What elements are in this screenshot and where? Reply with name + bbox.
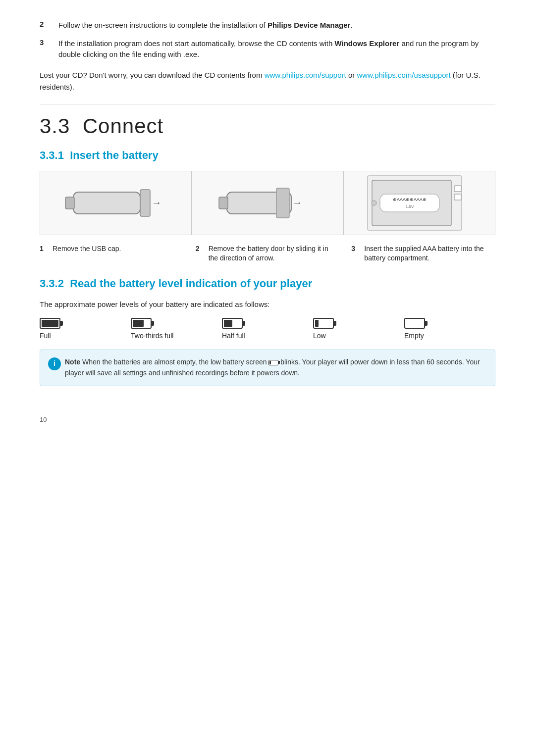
usasupport-link[interactable]: www.philips.com/usasupport	[357, 71, 450, 79]
step-2: 2 Follow the on-screen instructions to c…	[40, 20, 495, 31]
battery-half	[222, 318, 313, 329]
battery-low-body	[313, 318, 334, 329]
battery-full-icon	[40, 318, 60, 329]
battery-insert-illustration: ⊕AAA⊕⊕AAA⊕ 1.5V	[365, 173, 474, 233]
battery-caption-1: 1 Remove the USB cap.	[40, 244, 184, 254]
battery-two-thirds-fill	[133, 320, 144, 327]
battery-half-fill	[224, 320, 232, 327]
battery-step-2-image: →	[192, 171, 344, 235]
step-3: 3 If the installation program does not s…	[40, 38, 495, 60]
svg-text:→: →	[292, 197, 302, 208]
step-2-bold: Philips Device Manager	[268, 21, 351, 29]
step-2-number: 2	[40, 20, 51, 28]
usb-cap-illustration: →	[63, 178, 167, 228]
battery-caption-2: 2 Remove the battery door by sliding it …	[196, 244, 340, 263]
svg-rect-5	[219, 197, 228, 209]
step-3-bold: Windows Explorer	[335, 39, 400, 48]
note-label: Note	[65, 358, 80, 366]
svg-rect-14	[454, 194, 461, 200]
battery-empty	[404, 318, 495, 329]
note-icon: i	[48, 357, 61, 370]
battery-half-icon	[222, 318, 243, 329]
svg-rect-6	[276, 188, 289, 218]
cap-num-3: 3	[351, 244, 360, 254]
label-full: Full	[40, 332, 131, 340]
battery-full-body	[40, 318, 60, 329]
battery-step-captions: 1 Remove the USB cap. 2 Remove the batte…	[40, 244, 495, 263]
battery-step-3-image: ⊕AAA⊕⊕AAA⊕ 1.5V	[343, 171, 495, 235]
battery-icons-row	[40, 318, 495, 329]
cap-text-3: Insert the supplied AAA battery into the…	[364, 244, 495, 263]
label-two-thirds: Two-thirds full	[131, 332, 222, 340]
battery-step-3-image-container: ⊕AAA⊕⊕AAA⊕ 1.5V	[343, 171, 495, 240]
battery-low-icon	[313, 318, 334, 329]
page-number: 10	[40, 416, 495, 423]
inline-battery-fill	[269, 361, 270, 364]
subsection-battery-title: 3.3.1 Insert the battery	[40, 149, 495, 162]
cd-note: Lost your CD? Don't worry, you can downl…	[40, 69, 495, 93]
battery-full-fill	[42, 320, 58, 327]
note-box: i Note When the batteries are almost emp…	[40, 350, 495, 386]
cap-num-1: 1	[40, 244, 49, 254]
installation-steps: 2 Follow the on-screen instructions to c…	[40, 20, 495, 60]
inline-battery-icon	[268, 360, 278, 365]
step-3-number: 3	[40, 38, 51, 47]
cap-text-2: Remove the battery door by sliding it in…	[209, 244, 340, 263]
battery-empty-icon	[404, 318, 425, 329]
battery-full	[40, 318, 131, 329]
battery-step-images: → →	[40, 171, 495, 240]
svg-rect-13	[454, 186, 461, 192]
note-text-before: When the batteries are almost empty, the…	[82, 358, 268, 366]
support-link[interactable]: www.philips.com/support	[265, 71, 346, 79]
svg-text:→: →	[152, 197, 161, 208]
section-title: 3.3 Connect	[40, 114, 495, 138]
step-2-text: Follow the on-screen instructions to com…	[58, 20, 495, 31]
subsection-level-title: 3.3.2 Read the battery level indication …	[40, 277, 495, 290]
label-empty: Empty	[404, 332, 495, 340]
svg-point-15	[372, 201, 376, 205]
svg-rect-1	[65, 197, 74, 209]
battery-two-thirds-icon	[131, 318, 152, 329]
cap-text-1: Remove the USB cap.	[53, 244, 121, 254]
inline-battery-body	[268, 360, 278, 365]
svg-rect-0	[73, 192, 140, 214]
battery-step-1-image: →	[40, 171, 192, 235]
svg-text:1.5V: 1.5V	[405, 204, 414, 209]
battery-low-fill	[315, 320, 319, 327]
label-low: Low	[313, 332, 404, 340]
note-text: Note When the batteries are almost empty…	[65, 357, 487, 378]
battery-two-thirds	[131, 318, 222, 329]
battery-step-1-image-container: →	[40, 171, 192, 240]
svg-rect-2	[140, 190, 150, 216]
battery-levels-intro: The approximate power levels of your bat…	[40, 299, 495, 310]
cap-num-2: 2	[196, 244, 205, 254]
step-3-text: If the installation program does not sta…	[58, 38, 495, 60]
battery-empty-body	[404, 318, 425, 329]
label-half: Half full	[222, 332, 313, 340]
battery-two-thirds-body	[131, 318, 152, 329]
battery-half-body	[222, 318, 243, 329]
battery-door-illustration: →	[218, 178, 317, 228]
battery-step-2-image-container: →	[192, 171, 344, 240]
section-divider	[40, 104, 495, 104]
battery-caption-3: 3 Insert the supplied AAA battery into t…	[351, 244, 495, 263]
battery-labels-row: Full Two-thirds full Half full Low Empty	[40, 332, 495, 340]
battery-low	[313, 318, 404, 329]
svg-text:⊕AAA⊕⊕AAA⊕: ⊕AAA⊕⊕AAA⊕	[393, 197, 427, 202]
